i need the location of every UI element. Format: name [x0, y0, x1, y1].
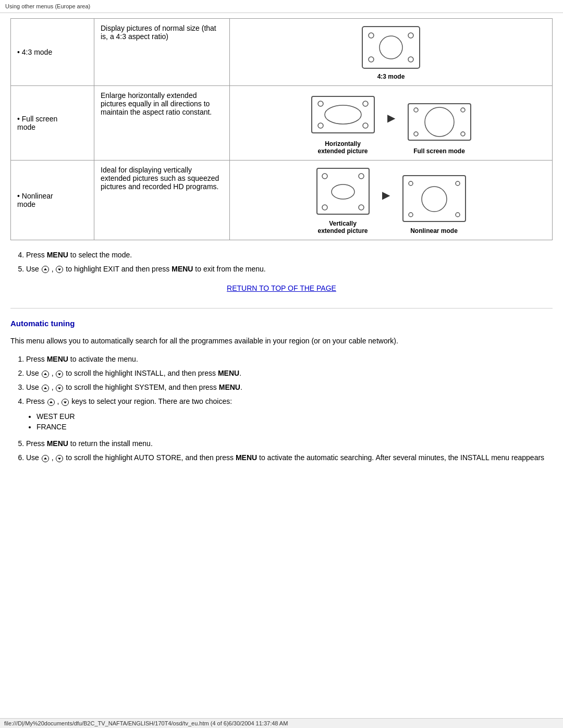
- svg-point-19: [322, 174, 327, 179]
- desc-43: Display pictures of normal size (that is…: [94, 19, 230, 86]
- menu-bold-s2: MENU: [218, 369, 239, 377]
- diagram-43-item: 4:3 mode: [360, 24, 422, 80]
- step-4: Press MENU to select the mode.: [26, 250, 553, 261]
- menu-bold-5: MENU: [172, 265, 193, 273]
- svg-point-9: [318, 123, 323, 128]
- svg-point-4: [408, 57, 413, 62]
- table-row-nonlinear: • Nonlinearmode Ideal for displaying ver…: [11, 161, 553, 240]
- svg-point-8: [363, 101, 368, 106]
- section-desc: This menu allows you to automatically se…: [10, 335, 553, 347]
- section-step-1: Press MENU to activate the menu.: [26, 354, 553, 365]
- label-43: • 4:3 mode: [11, 19, 94, 86]
- tv-nonlin-svg: [400, 173, 468, 225]
- images-43: 4:3 mode: [230, 19, 553, 86]
- desc-nonlinear: Ideal for displaying vertically extended…: [94, 161, 230, 240]
- up-icon-s4: [47, 399, 55, 406]
- status-bar: file:///D|/My%20documents/dfu/B2C_TV_NAF…: [0, 718, 563, 728]
- steps-after-table: Press MENU to select the mode. Use , to …: [26, 250, 553, 275]
- svg-point-14: [461, 108, 465, 112]
- menu-bold-s5: MENU: [47, 439, 68, 448]
- status-bar-text: file:///D|/My%20documents/dfu/B2C_TV_NAF…: [4, 720, 288, 726]
- diagram-43: 4:3 mode: [236, 24, 546, 80]
- tv-horiz-svg: [309, 91, 377, 138]
- arrow-nonlinear: ▶: [382, 189, 390, 201]
- up-icon-s6: [42, 455, 49, 462]
- svg-point-2: [408, 33, 413, 38]
- bullet-west-eur: WEST EUR: [36, 412, 553, 421]
- top-bar: Using other menus (Europe area): [0, 0, 563, 13]
- svg-point-21: [322, 205, 327, 210]
- svg-point-15: [414, 132, 418, 136]
- section-step-3: Use , to scroll the highlight SYSTEM, an…: [26, 382, 553, 393]
- menu-bold-4: MENU: [47, 251, 68, 259]
- return-link[interactable]: RETURN TO TOP OF THE PAGE: [10, 284, 553, 292]
- diagram-horiz-item: Horizontallyextended picture: [309, 91, 377, 155]
- svg-point-29: [422, 187, 447, 212]
- images-nonlinear: Verticallyextended picture ▶: [230, 161, 553, 240]
- down-icon-5: [56, 266, 63, 273]
- svg-point-13: [414, 108, 418, 112]
- diagram-nonlin-item: Nonlinear mode: [400, 173, 468, 235]
- svg-point-23: [332, 184, 354, 199]
- arrow-fullscreen: ▶: [387, 112, 395, 124]
- diagram-fullscreen: Horizontallyextended picture ▶: [236, 91, 546, 155]
- step-5: Use , to highlight EXIT and then press M…: [26, 264, 553, 275]
- caption-43: 4:3 mode: [377, 73, 405, 80]
- divider: [10, 308, 553, 309]
- svg-point-25: [409, 181, 413, 186]
- svg-point-5: [380, 36, 402, 59]
- top-bar-label: Using other menus (Europe area): [5, 3, 90, 9]
- caption-fullscreen: Full screen mode: [413, 147, 465, 155]
- svg-point-3: [369, 57, 374, 62]
- down-icon-s4: [62, 399, 69, 406]
- label-nonlinear: • Nonlinearmode: [11, 161, 94, 240]
- section-step-2: Use , to scroll the highlight INSTALL, a…: [26, 368, 553, 379]
- section-steps-2: Press MENU to return the install menu. U…: [26, 438, 553, 463]
- svg-point-16: [461, 132, 465, 136]
- tv-vert-svg: [314, 166, 372, 218]
- section-title: Automatic tuning: [10, 319, 553, 328]
- section-step-5: Press MENU to return the install menu.: [26, 438, 553, 449]
- svg-point-22: [359, 205, 364, 210]
- svg-point-17: [425, 107, 454, 137]
- tv-43-svg: [360, 24, 422, 71]
- svg-point-26: [456, 181, 460, 186]
- up-icon-5: [42, 266, 49, 273]
- diagram-vert-item: Verticallyextended picture: [314, 166, 372, 235]
- caption-horiz: Horizontallyextended picture: [317, 140, 368, 155]
- caption-nonlinear: Nonlinear mode: [410, 227, 458, 235]
- menu-bold-s3: MENU: [219, 383, 240, 391]
- diagram-full-item: Full screen mode: [406, 98, 473, 155]
- up-icon-s3: [42, 385, 49, 392]
- bullet-france: FRANCE: [36, 423, 553, 431]
- section-step-4: Press , keys to select your region. Ther…: [26, 396, 553, 407]
- menu-bold-s6: MENU: [236, 453, 257, 462]
- region-bullets: WEST EUR FRANCE: [36, 412, 553, 431]
- down-icon-s2: [56, 371, 63, 378]
- svg-point-1: [369, 33, 374, 38]
- menu-bold-s1: MENU: [47, 355, 68, 363]
- down-icon-s6: [56, 455, 63, 462]
- section-steps: Press MENU to activate the menu. Use , t…: [26, 354, 553, 407]
- desc-fullscreen: Enlarge horizontally extended pictures e…: [94, 86, 230, 161]
- table-row-fullscreen: • Full screenmode Enlarge horizontally e…: [11, 86, 553, 161]
- svg-point-11: [325, 105, 361, 124]
- diagram-nonlinear: Verticallyextended picture ▶: [236, 166, 546, 235]
- main-content: • 4:3 mode Display pictures of normal si…: [0, 13, 563, 479]
- section-step-6: Use , to scroll the highlight AUTO STORE…: [26, 452, 553, 463]
- images-fullscreen: Horizontallyextended picture ▶: [230, 86, 553, 161]
- svg-point-28: [456, 213, 460, 217]
- up-icon-s2: [42, 371, 49, 378]
- tv-full-svg: [406, 98, 473, 145]
- caption-vert: Verticallyextended picture: [317, 220, 368, 235]
- svg-point-10: [363, 123, 368, 128]
- label-fullscreen: • Full screenmode: [11, 86, 94, 161]
- svg-point-7: [318, 101, 323, 106]
- automatic-tuning-section: Automatic tuning This menu allows you to…: [10, 319, 553, 463]
- svg-point-20: [359, 174, 364, 179]
- down-icon-s3: [56, 385, 63, 392]
- modes-table: • 4:3 mode Display pictures of normal si…: [10, 18, 553, 240]
- table-row-43: • 4:3 mode Display pictures of normal si…: [11, 19, 553, 86]
- svg-point-27: [409, 213, 413, 217]
